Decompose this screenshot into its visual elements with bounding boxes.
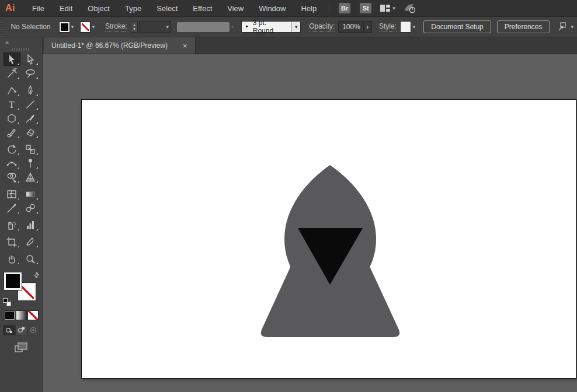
tool-direct-selection[interactable] bbox=[22, 52, 39, 66]
menu-window[interactable]: Window bbox=[251, 0, 293, 16]
shape-icon bbox=[6, 113, 18, 124]
chevron-down-icon: ▾ bbox=[571, 24, 573, 30]
magic-wand-icon bbox=[6, 68, 18, 79]
tool-symbol-sprayer[interactable] bbox=[4, 218, 20, 232]
fill-swatch[interactable] bbox=[4, 272, 22, 290]
panel-grip[interactable] bbox=[12, 48, 30, 51]
menu-view[interactable]: View bbox=[220, 0, 251, 16]
tool-curvature[interactable] bbox=[4, 83, 20, 97]
document-tab-bar: Untitled-1* @ 66.67% (RGB/Preview) × bbox=[43, 37, 577, 54]
tool-type[interactable]: T bbox=[4, 97, 20, 111]
tool-pen[interactable] bbox=[22, 83, 39, 97]
tool-shaper[interactable] bbox=[4, 125, 20, 139]
tool-eraser[interactable] bbox=[22, 125, 39, 139]
bridge-button[interactable]: Br bbox=[339, 3, 350, 13]
menu-effect[interactable]: Effect bbox=[185, 0, 220, 16]
swap-fill-stroke-icon[interactable]: ⇄ bbox=[32, 271, 41, 280]
stepper-down-icon[interactable]: ▾ bbox=[133, 27, 135, 31]
tool-rotate[interactable] bbox=[4, 142, 20, 156]
close-tab-icon[interactable]: × bbox=[183, 41, 187, 50]
none-button[interactable] bbox=[28, 311, 38, 320]
fill-color-swatch[interactable] bbox=[60, 22, 69, 32]
tool-mesh[interactable] bbox=[4, 187, 20, 201]
menu-edit[interactable]: Edit bbox=[52, 0, 80, 16]
menu-select[interactable]: Select bbox=[149, 0, 185, 16]
collapse-panel-icon[interactable]: « bbox=[0, 37, 9, 46]
panel-options-icon[interactable]: ▾ bbox=[557, 22, 573, 32]
tool-width[interactable] bbox=[4, 156, 20, 170]
style-label[interactable]: Style: bbox=[379, 22, 397, 32]
tools-panel: « T ⇄ bbox=[0, 37, 43, 392]
width-profile-dropdown[interactable] bbox=[177, 22, 230, 32]
menu-file[interactable]: File bbox=[25, 0, 52, 16]
stroke-chevron-icon[interactable]: ▾ bbox=[92, 24, 95, 30]
tool-blend[interactable] bbox=[22, 201, 39, 215]
document-tab[interactable]: Untitled-1* @ 66.67% (RGB/Preview) × bbox=[44, 37, 196, 54]
gradient-button[interactable] bbox=[16, 311, 26, 320]
tool-puppet-warp[interactable] bbox=[22, 156, 39, 170]
chevron-down-icon: ▾ bbox=[231, 24, 234, 30]
menu-help[interactable]: Help bbox=[293, 0, 324, 16]
column-graph-icon bbox=[25, 219, 36, 231]
workspace: Untitled-1* @ 66.67% (RGB/Preview) × bbox=[43, 37, 577, 392]
preferences-button[interactable]: Preferences bbox=[497, 20, 550, 33]
chevron-down-icon: ▾ bbox=[166, 24, 169, 30]
fill-chevron-icon[interactable]: ▾ bbox=[71, 24, 74, 30]
line-segment-icon bbox=[25, 99, 36, 110]
artwork-hooded-figure bbox=[82, 100, 577, 379]
tool-scale[interactable] bbox=[22, 142, 39, 156]
chevron-down-icon: ▾ bbox=[392, 5, 395, 11]
brush-definition-combo[interactable]: • 3 pt. Round ▾ bbox=[241, 21, 301, 33]
canvas-pasteboard[interactable] bbox=[43, 54, 577, 392]
stock-button[interactable]: St bbox=[360, 3, 371, 13]
tool-hand[interactable] bbox=[4, 252, 20, 265]
arrange-documents-icon[interactable]: ▾ bbox=[380, 4, 395, 12]
draw-inside-button[interactable] bbox=[27, 325, 40, 335]
tool-line-segment[interactable] bbox=[22, 97, 39, 111]
symbol-sprayer-icon bbox=[6, 219, 18, 231]
opacity-input[interactable]: 100% bbox=[338, 21, 364, 33]
eyedropper-icon bbox=[6, 202, 18, 214]
screen-mode-button[interactable] bbox=[14, 342, 28, 355]
style-chevron-icon[interactable]: ▾ bbox=[413, 24, 416, 30]
tool-slice[interactable] bbox=[22, 235, 39, 249]
tool-shape[interactable] bbox=[4, 111, 20, 125]
tool-gradient[interactable] bbox=[22, 187, 39, 201]
stroke-weight-label[interactable]: Stroke: bbox=[105, 22, 127, 32]
brush-chevron-icon[interactable]: ▾ bbox=[291, 22, 300, 32]
stepper-up-icon[interactable]: ▴ bbox=[133, 23, 135, 27]
main-area: « T ⇄ bbox=[0, 37, 577, 392]
draw-normal-button[interactable] bbox=[3, 325, 15, 335]
selection-status: No Selection bbox=[11, 23, 50, 31]
fill-stroke-controls: ⇄ bbox=[3, 272, 39, 305]
draw-behind-button[interactable] bbox=[15, 325, 27, 335]
mesh-icon bbox=[6, 188, 18, 200]
tool-lasso[interactable] bbox=[22, 66, 39, 80]
tool-artboard[interactable] bbox=[4, 235, 20, 249]
control-bar-grip[interactable] bbox=[0, 17, 5, 37]
gradient-icon bbox=[25, 188, 36, 200]
tool-zoom[interactable] bbox=[22, 252, 39, 265]
menu-object[interactable]: Object bbox=[80, 0, 117, 16]
tool-eyedropper[interactable] bbox=[4, 201, 20, 215]
gpu-performance-icon[interactable] bbox=[402, 3, 416, 13]
opacity-label[interactable]: Opacity: bbox=[309, 22, 335, 32]
tool-magic-wand[interactable] bbox=[4, 66, 20, 80]
tool-perspective-grid[interactable] bbox=[22, 170, 39, 184]
stroke-weight-dropdown[interactable]: ▾ bbox=[139, 21, 171, 33]
tool-paintbrush[interactable] bbox=[22, 111, 39, 125]
tool-shape-builder[interactable] bbox=[4, 170, 20, 184]
document-setup-button[interactable]: Document Setup bbox=[423, 20, 491, 33]
style-dropdown[interactable] bbox=[400, 21, 411, 33]
default-fill-stroke-icon[interactable] bbox=[3, 298, 11, 306]
eraser-icon bbox=[25, 127, 36, 138]
color-button[interactable] bbox=[5, 311, 15, 320]
menu-type[interactable]: Type bbox=[117, 0, 149, 16]
tool-selection[interactable] bbox=[4, 52, 20, 66]
tool-column-graph[interactable] bbox=[22, 218, 39, 232]
artboard[interactable] bbox=[81, 99, 576, 379]
opacity-arrow-button[interactable]: › bbox=[364, 21, 372, 33]
illustrator-window: Ai File Edit Object Type Select Effect V… bbox=[0, 0, 577, 392]
stroke-weight-stepper[interactable]: ▴ ▾ bbox=[131, 21, 138, 33]
stroke-color-swatch[interactable] bbox=[81, 22, 90, 32]
